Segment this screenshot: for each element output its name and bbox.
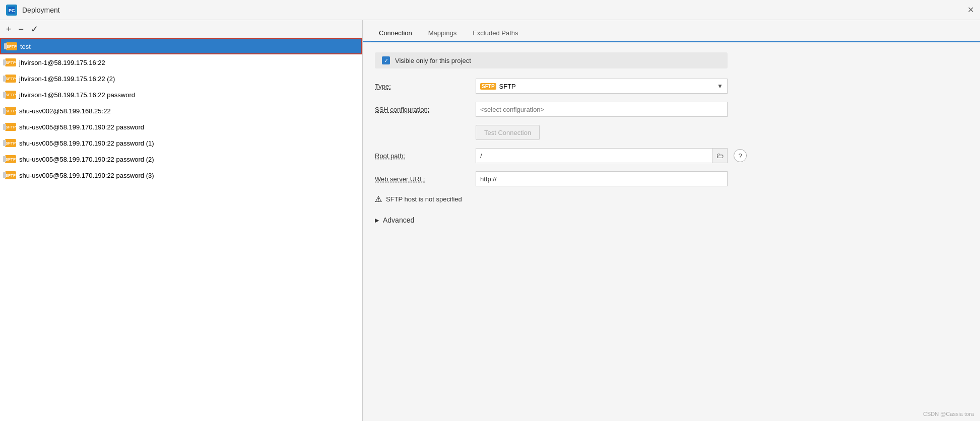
type-select-value: SFTP SFTP — [480, 83, 516, 90]
visible-only-row: ✓ Visible only for this project — [375, 52, 968, 68]
help-icon: ? — [738, 152, 742, 160]
server-name: shu-usv002@58.199.168.25:22 — [19, 107, 111, 115]
sftp-icon: SFTP — [5, 75, 16, 83]
sftp-icon: SFTP — [5, 139, 16, 147]
advanced-label: Advanced — [383, 216, 414, 224]
apply-button[interactable]: ✓ — [29, 25, 40, 34]
server-name: shu-usv005@58.199.170.190:22 password (3… — [19, 172, 154, 179]
close-icon[interactable]: ✕ — [967, 5, 974, 15]
web-server-url-label: Web server URL: — [375, 175, 476, 183]
server-item[interactable]: SFTP shu-usv005@58.199.170.190:22 passwo… — [0, 119, 362, 135]
type-value-text: SFTP — [499, 83, 516, 90]
server-name: shu-usv005@58.199.170.190:22 password (2… — [19, 156, 154, 163]
web-server-url-wrapper — [476, 171, 728, 186]
server-item[interactable]: SFTP shu-usv005@58.199.170.190:22 passwo… — [0, 135, 362, 151]
ssh-config-control — [476, 102, 968, 117]
toolbar: + − ✓ — [0, 20, 362, 38]
add-button[interactable]: + — [4, 25, 14, 34]
server-name: jhvirson-1@58.199.175.16:22 password — [19, 91, 135, 99]
advanced-expand-icon: ▶ — [375, 217, 379, 224]
server-name: jhvirson-1@58.199.175.16:22 (2) — [19, 75, 115, 83]
warning-row: ⚠ SFTP host is not specified — [375, 194, 968, 204]
server-name: shu-usv005@58.199.170.190:22 password (1… — [19, 139, 154, 147]
ssh-config-wrapper — [476, 102, 728, 117]
root-path-row: Root path: 🗁 ? — [375, 148, 968, 163]
root-path-label: Root path: — [375, 152, 476, 160]
type-control: SFTP SFTP ▼ — [476, 79, 968, 94]
remove-button[interactable]: − — [17, 25, 26, 34]
test-connection-row: Test Connection — [375, 125, 968, 140]
advanced-row[interactable]: ▶ Advanced — [375, 212, 968, 228]
tab-excluded-paths[interactable]: Excluded Paths — [465, 25, 526, 42]
sftp-badge: SFTP — [480, 83, 496, 90]
main-content: + − ✓ SFTP test SFTP jhvirson-1@58.199.1… — [0, 20, 980, 421]
warning-text: SFTP host is not specified — [386, 195, 462, 203]
root-path-browse-button[interactable]: 🗁 — [712, 148, 728, 163]
server-item[interactable]: SFTP shu-usv005@58.199.170.190:22 passwo… — [0, 167, 362, 183]
server-name: shu-usv005@58.199.170.190:22 password — [19, 123, 144, 131]
tab-mappings[interactable]: Mappings — [420, 25, 465, 42]
tabs-bar: ConnectionMappingsExcluded Paths — [363, 20, 980, 42]
tab-connection[interactable]: Connection — [371, 25, 420, 42]
warning-icon: ⚠ — [375, 194, 382, 204]
web-server-url-control — [476, 171, 968, 186]
visible-only-checkbox[interactable]: ✓ — [382, 56, 390, 64]
app-icon: PC — [6, 5, 17, 16]
sftp-icon: SFTP — [5, 107, 16, 115]
type-label: Type: — [375, 83, 476, 90]
server-list: SFTP test SFTP jhvirson-1@58.199.175.16:… — [0, 38, 362, 421]
ssh-config-input[interactable] — [476, 102, 728, 117]
sftp-icon: SFTP — [5, 155, 16, 163]
type-row: Type: SFTP SFTP ▼ — [375, 79, 968, 94]
root-path-help-button[interactable]: ? — [734, 149, 747, 162]
web-server-url-input[interactable] — [476, 171, 728, 186]
server-name: test — [20, 43, 31, 50]
server-item[interactable]: SFTP shu-usv002@58.199.168.25:22 — [0, 103, 362, 119]
folder-icon: 🗁 — [716, 152, 724, 160]
server-item[interactable]: SFTP jhvirson-1@58.199.175.16:22 (2) — [0, 71, 362, 87]
svg-text:PC: PC — [9, 8, 15, 13]
right-panel: ConnectionMappingsExcluded Paths ✓ Visib… — [363, 20, 980, 421]
server-name: jhvirson-1@58.199.175.16:22 — [19, 59, 105, 66]
title-bar: PC Deployment ✕ — [0, 0, 980, 20]
sftp-icon: SFTP — [6, 42, 17, 50]
left-panel: + − ✓ SFTP test SFTP jhvirson-1@58.199.1… — [0, 20, 363, 421]
sftp-icon: SFTP — [5, 171, 16, 179]
type-dropdown-arrow: ▼ — [717, 83, 723, 90]
sftp-icon: SFTP — [5, 58, 16, 66]
sftp-icon: SFTP — [5, 91, 16, 99]
server-item[interactable]: SFTP jhvirson-1@58.199.175.16:22 — [0, 54, 362, 71]
visible-only-container: ✓ Visible only for this project — [375, 52, 728, 68]
ssh-config-row: SSH configuration: — [375, 102, 968, 117]
web-server-url-row: Web server URL: — [375, 171, 968, 186]
server-item[interactable]: SFTP jhvirson-1@58.199.175.16:22 passwor… — [0, 87, 362, 103]
server-item[interactable]: SFTP test — [0, 38, 362, 54]
watermark: CSDN @Cassia tora — [923, 411, 974, 417]
server-item[interactable]: SFTP shu-usv005@58.199.170.190:22 passwo… — [0, 151, 362, 167]
root-path-wrapper: 🗁 — [476, 148, 728, 163]
test-connection-button[interactable]: Test Connection — [476, 125, 540, 140]
visible-only-label: Visible only for this project — [395, 57, 471, 64]
form-area: ✓ Visible only for this project Type: SF… — [363, 42, 980, 421]
type-select[interactable]: SFTP SFTP ▼ — [476, 79, 728, 94]
root-path-input[interactable] — [476, 148, 712, 163]
checkbox-check-icon: ✓ — [384, 57, 388, 64]
ssh-config-label: SSH configuration: — [375, 106, 476, 113]
sftp-icon: SFTP — [5, 123, 16, 131]
window-title: Deployment — [22, 6, 60, 14]
root-path-control: 🗁 ? — [476, 148, 968, 163]
